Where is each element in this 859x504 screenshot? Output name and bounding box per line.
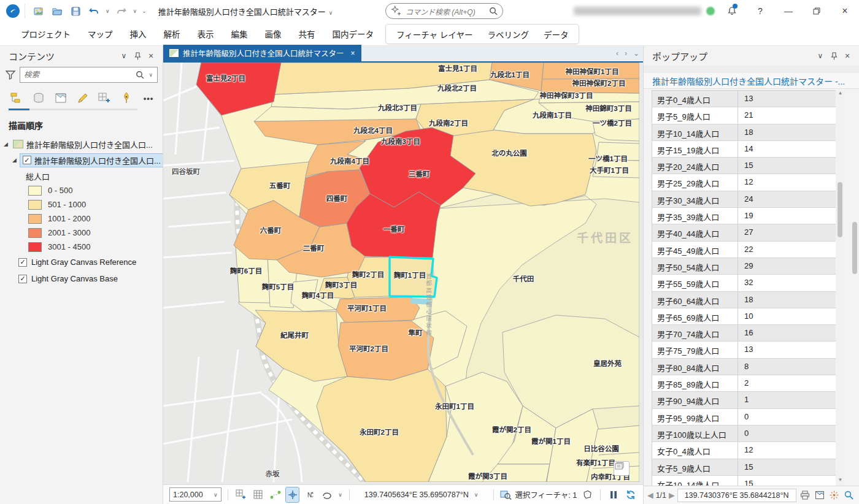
table-row[interactable]: 男子55_59歳人口32 (652, 275, 836, 291)
document-title-dropdown[interactable]: 推計年齢階級別人口付き全国人口統計マスター∨ (158, 6, 334, 17)
rotate-dropdown-chevron[interactable]: ∨ (337, 492, 343, 498)
layer-checkbox[interactable]: ✓ (18, 275, 27, 283)
list-by-labeling-tab[interactable] (118, 90, 134, 106)
popup-close-icon[interactable]: × (841, 49, 854, 63)
ribbon-tab-7[interactable]: 共有 (291, 24, 323, 44)
basemap-layer-1[interactable]: ✓Light Gray Canvas Base (0, 270, 163, 287)
help-button[interactable]: ? (746, 0, 774, 22)
contextual-tab-0[interactable]: フィーチャ レイヤー (390, 25, 479, 44)
table-row[interactable]: 男子5_9歳人口21 (652, 107, 836, 124)
table-row[interactable]: 男子35_39歳人口19 (652, 208, 836, 224)
print-icon[interactable] (799, 489, 811, 502)
map-canvas[interactable]: 富士見2丁目富士見1丁目九段北1丁目神田神保町1丁目神田神保町2丁目神田神保町3… (163, 63, 643, 484)
pause-drawing-button[interactable] (607, 487, 620, 502)
popup-menu-chevron[interactable]: ∨ (814, 49, 827, 63)
command-search-box[interactable]: コマンド検索 (Alt+Q) (385, 3, 503, 19)
snapping-icon[interactable] (269, 487, 282, 502)
table-scrollbar[interactable]: ▲ ▼ (836, 90, 845, 486)
ribbon-tab-5[interactable]: 編集 (224, 24, 255, 44)
layer-checkbox[interactable]: ✓ (18, 258, 27, 267)
next-feature-arrow[interactable]: ▶ (669, 491, 675, 500)
table-row[interactable]: 男子20_24歳人口15 (652, 158, 836, 174)
notifications-button[interactable] (718, 0, 746, 22)
table-row[interactable]: 男子80_84歳人口8 (652, 359, 836, 375)
table-row[interactable]: 女子0_4歳人口12 (652, 442, 836, 459)
table-row[interactable]: 男子30_34歳人口24 (652, 191, 836, 208)
ribbon-tab-4[interactable]: 表示 (190, 24, 221, 44)
ribbon-tab-0[interactable]: プロジェクト (13, 24, 78, 44)
close-view-icon[interactable]: × (351, 49, 355, 58)
map-coordinates-readout[interactable]: 139.7405634°E 35.6950787°N∨ (364, 491, 479, 499)
map-tree-item[interactable]: ◢ 推計年齢階級別人口付き全国人口... (0, 136, 163, 152)
ribbon-tab-1[interactable]: マップ (80, 24, 120, 44)
table-row[interactable]: 男子90_94歳人口1 (652, 392, 836, 408)
restore-button[interactable] (803, 0, 831, 22)
redo-button[interactable] (114, 4, 129, 18)
table-row[interactable]: 男子40_44歳人口27 (652, 224, 836, 241)
overview-button[interactable] (614, 461, 630, 476)
open-project-button[interactable] (50, 4, 64, 18)
scrollbar-thumb[interactable] (838, 182, 842, 237)
scale-select[interactable]: 1:20,000 ∨ (169, 487, 221, 502)
ribbon-tab-6[interactable]: 画像 (258, 24, 289, 44)
list-by-snapping-tab[interactable] (96, 90, 112, 106)
list-by-editing-tab[interactable] (75, 90, 91, 106)
selected-feature-kojimachi1[interactable] (390, 257, 437, 297)
table-row[interactable]: 男子65_69歳人口10 (652, 308, 836, 325)
undo-dropdown-chevron[interactable]: ∨ (105, 8, 110, 14)
spatial-query-icon[interactable] (581, 487, 594, 502)
table-row[interactable]: 男子0_4歳人口13 (652, 91, 836, 107)
table-row[interactable]: 男子95_99歳人口0 (652, 409, 836, 426)
filter-icon[interactable] (5, 69, 16, 80)
prev-feature-arrow[interactable]: ◀ (647, 491, 653, 500)
view-list-chevron[interactable]: ⌄ (633, 49, 639, 58)
expander-icon[interactable]: ◢ (4, 141, 10, 147)
contents-close-icon[interactable]: × (144, 49, 158, 63)
ribbon-tab-3[interactable]: 解析 (156, 24, 188, 44)
popup-feature-link[interactable]: 推計年齢階級別人口付き全国人口統計マスター -... (644, 73, 859, 89)
basemap-layer-0[interactable]: ✓Light Gray Canvas Reference (0, 254, 163, 270)
scroll-up-icon[interactable]: ▲ (836, 90, 845, 99)
popup-pin-icon[interactable] (827, 49, 841, 63)
grid-icon[interactable] (252, 487, 264, 502)
table-row[interactable]: 男子85_89歳人口2 (652, 375, 836, 392)
zoom-to-feature-icon[interactable] (843, 489, 855, 502)
search-options-chevron[interactable]: ∨ (148, 72, 153, 78)
table-row[interactable]: 男子100歳以上人口0 (652, 426, 836, 442)
table-row[interactable]: 男子75_79歳人口13 (652, 342, 836, 358)
prev-view-chevron[interactable]: ‹ (616, 49, 618, 58)
search-icon[interactable] (136, 71, 144, 79)
north-arrow-icon[interactable]: N (303, 487, 316, 502)
scroll-down-icon[interactable]: ▼ (836, 477, 845, 486)
contextual-tab-2[interactable]: データ (537, 25, 576, 44)
table-row[interactable]: 男子45_49歳人口22 (652, 242, 836, 258)
new-project-button[interactable] (31, 4, 46, 18)
ribbon-tab-2[interactable]: 挿入 (123, 24, 154, 44)
active-map-view-tab[interactable]: 推計年齢階級別人口付き全国人口統計マスター × (163, 45, 361, 61)
undo-button[interactable] (87, 4, 101, 18)
xy-pointer-icon[interactable] (286, 487, 299, 502)
account-info-blurred[interactable] (574, 5, 715, 17)
redo-dropdown-chevron[interactable]: ∨ (133, 8, 138, 14)
contents-pin-icon[interactable] (131, 49, 144, 63)
selection-map-icon[interactable] (814, 489, 826, 502)
table-row[interactable]: 女子10_14歳人口15 (652, 476, 836, 486)
refresh-button[interactable] (624, 487, 637, 502)
table-row[interactable]: 男子70_74歳人口16 (652, 325, 836, 342)
list-by-data-source-tab[interactable] (31, 90, 47, 106)
panel-scrollbar[interactable] (851, 90, 858, 486)
table-row[interactable]: 男子25_29歳人口12 (652, 174, 836, 191)
list-by-selection-tab[interactable] (53, 90, 69, 106)
contextual-tab-1[interactable]: ラベリング (480, 25, 536, 44)
contents-search-input[interactable] (24, 71, 132, 79)
next-view-chevron[interactable]: › (625, 49, 627, 58)
table-row[interactable]: 男子50_54歳人口29 (652, 258, 836, 275)
layer-checkbox[interactable]: ✓ (23, 156, 31, 164)
more-tabs-button[interactable]: ••• (141, 90, 156, 106)
selected-layer-item[interactable]: ✓ 推計年齢階級別人口付き全国人口... (20, 153, 163, 167)
ribbon-tab-8[interactable]: 国内データ (325, 24, 382, 44)
selected-features-readout[interactable]: 選択フィーチャ: 1 (500, 489, 577, 500)
customize-qat-chevron[interactable]: ⌄ (141, 8, 147, 14)
layer-tree-item[interactable]: ◢ ✓ 推計年齢階級別人口付き全国人口... (0, 152, 163, 168)
expander-icon[interactable]: ◢ (12, 157, 17, 163)
